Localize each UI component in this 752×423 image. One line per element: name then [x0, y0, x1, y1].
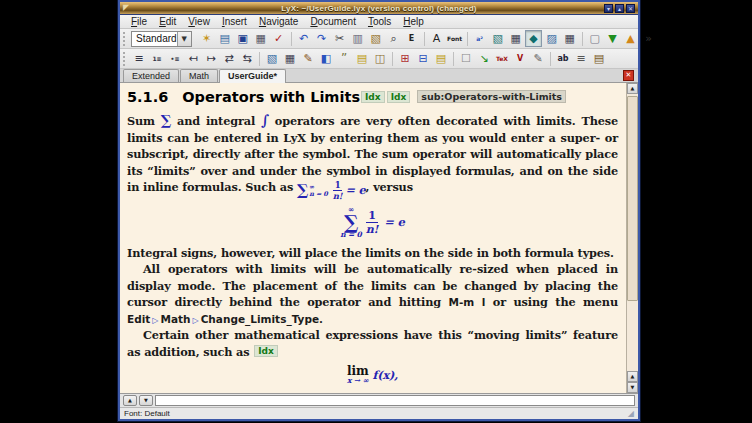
tab-extended[interactable]: Extended — [123, 69, 179, 82]
resize-grip[interactable]: ◢ — [628, 410, 634, 418]
paragraph-settings-button[interactable]: ≡ — [573, 50, 590, 67]
toolbar-extra-icons: ≡1≡•≡↤↦⇄⇆▧▦✎◧”▤◫⊞⊟▤☐↘TeXV✎ab≡▤ — [130, 50, 608, 67]
open-document-button[interactable]: ▤ — [216, 30, 233, 47]
minimize-button[interactable]: ▾ — [604, 4, 613, 13]
index-inset-badge[interactable]: Idx — [254, 345, 278, 357]
dashed-box-button[interactable]: ☐ — [458, 50, 475, 67]
menu-view[interactable]: View — [182, 15, 216, 28]
citation-icon: ” — [341, 53, 347, 64]
citation-button[interactable]: ” — [336, 50, 353, 67]
margin-note-button[interactable]: ◧ — [318, 50, 335, 67]
print-button[interactable]: ▦ — [252, 30, 269, 47]
text-style-icon: ab — [557, 53, 568, 64]
scrollbar-track[interactable] — [627, 94, 638, 371]
tab-math[interactable]: Math — [180, 69, 218, 82]
margin-note-icon: ◧ — [321, 53, 331, 64]
display-formula-lim[interactable]: limx → ∞ f(x), — [127, 365, 618, 385]
pencil-button[interactable]: ✎ — [530, 50, 547, 67]
url-button[interactable]: ⊞ — [397, 50, 414, 67]
chevron-down-icon[interactable]: ▼ — [177, 32, 191, 46]
toolbar-separator — [550, 52, 551, 66]
tab-userguide[interactable]: UserGuide* — [219, 69, 286, 83]
minipage-button[interactable]: ▤ — [433, 50, 450, 67]
command-buffer-input[interactable] — [155, 395, 635, 406]
include-file-button[interactable]: ▢ — [586, 30, 603, 47]
numbered-list-button[interactable]: 1≡ — [149, 50, 166, 67]
menu-tools[interactable]: Tools — [362, 15, 397, 28]
scroll-up-icon[interactable]: ▲ — [627, 83, 638, 94]
tex-code-button[interactable]: TeX — [494, 50, 511, 67]
href-button[interactable]: ⊟ — [415, 50, 432, 67]
history-down-icon[interactable]: ▼ — [139, 395, 153, 406]
paragraph: Sum ∑ and integral ∫ operators are very … — [127, 112, 618, 201]
maximize-button[interactable]: ▴ — [615, 4, 624, 13]
inline-formula-sum[interactable]: ∑∞n = 01n!= e — [297, 181, 366, 201]
paste-button[interactable]: ▧ — [367, 30, 384, 47]
table-settings-button[interactable]: ▦ — [561, 30, 578, 47]
document-content[interactable]: 5.1.6Operators with LimitsIdxIdx sub:Ope… — [120, 83, 626, 393]
insert-graphics-icon: ▧ — [492, 33, 502, 44]
display-formula-sum[interactable]: ∞∑n = 0 1n! = e — [127, 206, 618, 239]
insert-table-button[interactable]: ▦ — [507, 30, 524, 47]
noun-style-button[interactable]: A — [428, 30, 445, 47]
spellcheck-button[interactable]: ✓ — [270, 30, 287, 47]
redo-button[interactable]: ↷ — [313, 30, 330, 47]
font-dialog-button[interactable]: Font — [446, 30, 463, 47]
toolbar-drag-handle-2[interactable] — [123, 52, 127, 66]
insert-table2-button[interactable]: ▦ — [282, 50, 299, 67]
numbered-list-icon: 1≡ — [152, 53, 161, 64]
layout-combo[interactable]: Standard ▼ — [131, 31, 192, 47]
increase-indent-button[interactable]: ↦ — [203, 50, 220, 67]
version-control-button[interactable]: V — [512, 50, 529, 67]
footnote-button[interactable]: ✎ — [300, 50, 317, 67]
label-button[interactable]: ◫ — [372, 50, 389, 67]
decrease-indent-icon: ↤ — [188, 53, 197, 64]
label-inset-badge[interactable]: sub:Operators-with-Limits — [417, 90, 566, 103]
toolbar-overflow-button[interactable]: » — [640, 30, 657, 47]
bullet-list-button[interactable]: •≡ — [167, 50, 184, 67]
depth-minus-button[interactable]: ⇆ — [239, 50, 256, 67]
emphasis-button[interactable]: E — [403, 30, 420, 47]
menu-insert[interactable]: Insert — [216, 15, 253, 28]
undo-button[interactable]: ↶ — [295, 30, 312, 47]
section-heading-516: 5.1.6Operators with LimitsIdxIdx sub:Ope… — [127, 89, 618, 105]
navigate-up-icon: ▲ — [626, 33, 634, 44]
insert-graphics-button[interactable]: ▧ — [489, 30, 506, 47]
text-style-button[interactable]: ab — [555, 50, 572, 67]
toolbar-drag-handle[interactable] — [123, 32, 125, 46]
titlebar[interactable]: ◤ LyX: ~/UserGuide.lyx (version control)… — [120, 2, 638, 15]
insert-figure-button[interactable]: ▧ — [264, 50, 281, 67]
navigate-down-icon: ▼ — [608, 33, 616, 44]
menu-edit[interactable]: Edit — [153, 15, 182, 28]
cut-button[interactable]: ✂ — [331, 30, 348, 47]
menu-navigate[interactable]: Navigate — [253, 15, 304, 28]
math-panel-button[interactable]: ◆ — [525, 30, 542, 47]
depth-plus-button[interactable]: ⇄ — [221, 50, 238, 67]
insert-float-button[interactable]: ▨ — [543, 30, 560, 47]
menu-help[interactable]: Help — [397, 15, 430, 28]
close-button[interactable]: ✕ — [626, 4, 635, 13]
vertical-scrollbar[interactable]: ▲ ▲ ▼ — [626, 83, 638, 393]
math-script-button[interactable]: a² — [471, 30, 488, 47]
note-button[interactable]: ▤ — [354, 50, 371, 67]
tab-close-icon[interactable]: ✕ — [623, 70, 634, 81]
navigate-up-button[interactable]: ▲ — [622, 30, 639, 47]
copy-button[interactable]: ▥ — [349, 30, 366, 47]
find-replace-button[interactable]: ⌕ — [385, 30, 402, 47]
index-inset-badge[interactable]: Idx — [361, 91, 385, 103]
navigate-down-button[interactable]: ▼ — [604, 30, 621, 47]
new-document-button[interactable]: ✶ — [198, 30, 215, 47]
menu-file[interactable]: File — [125, 15, 153, 28]
scrollbar-thumb[interactable] — [627, 96, 638, 301]
save-button[interactable]: ▣ — [234, 30, 251, 47]
paragraph-style-button[interactable]: ≡ — [131, 50, 148, 67]
decrease-indent-button[interactable]: ↤ — [185, 50, 202, 67]
index-inset-badge[interactable]: Idx — [387, 91, 411, 103]
scroll-up2-icon[interactable]: ▲ — [627, 371, 638, 382]
history-up-icon[interactable]: ▲ — [123, 395, 137, 406]
menu-document[interactable]: Document — [304, 15, 362, 28]
scroll-down-icon[interactable]: ▼ — [627, 382, 638, 393]
open-book-button[interactable]: ▤ — [591, 50, 608, 67]
include-doc-icon: ↘ — [479, 53, 488, 64]
include-doc-button[interactable]: ↘ — [476, 50, 493, 67]
